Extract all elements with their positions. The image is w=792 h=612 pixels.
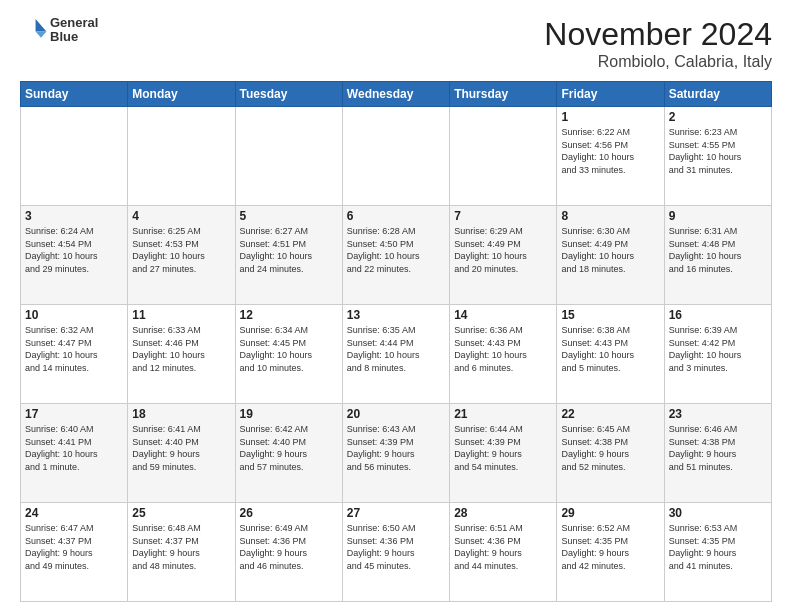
calendar-cell: 2Sunrise: 6:23 AM Sunset: 4:55 PM Daylig…	[664, 107, 771, 206]
day-info: Sunrise: 6:23 AM Sunset: 4:55 PM Dayligh…	[669, 126, 767, 176]
day-number: 2	[669, 110, 767, 124]
day-info: Sunrise: 6:25 AM Sunset: 4:53 PM Dayligh…	[132, 225, 230, 275]
svg-marker-0	[36, 19, 47, 31]
calendar-cell: 13Sunrise: 6:35 AM Sunset: 4:44 PM Dayli…	[342, 305, 449, 404]
header: General Blue November 2024 Rombiolo, Cal…	[20, 16, 772, 71]
calendar-cell: 24Sunrise: 6:47 AM Sunset: 4:37 PM Dayli…	[21, 503, 128, 602]
month-title: November 2024	[544, 16, 772, 53]
day-number: 23	[669, 407, 767, 421]
logo-text: General Blue	[50, 16, 98, 45]
calendar: SundayMondayTuesdayWednesdayThursdayFrid…	[20, 81, 772, 602]
calendar-cell: 17Sunrise: 6:40 AM Sunset: 4:41 PM Dayli…	[21, 404, 128, 503]
day-info: Sunrise: 6:31 AM Sunset: 4:48 PM Dayligh…	[669, 225, 767, 275]
day-info: Sunrise: 6:47 AM Sunset: 4:37 PM Dayligh…	[25, 522, 123, 572]
weekday-header-cell: Monday	[128, 82, 235, 107]
calendar-cell: 19Sunrise: 6:42 AM Sunset: 4:40 PM Dayli…	[235, 404, 342, 503]
calendar-cell: 16Sunrise: 6:39 AM Sunset: 4:42 PM Dayli…	[664, 305, 771, 404]
day-number: 26	[240, 506, 338, 520]
svg-marker-1	[36, 32, 47, 38]
day-info: Sunrise: 6:50 AM Sunset: 4:36 PM Dayligh…	[347, 522, 445, 572]
calendar-cell: 11Sunrise: 6:33 AM Sunset: 4:46 PM Dayli…	[128, 305, 235, 404]
day-info: Sunrise: 6:51 AM Sunset: 4:36 PM Dayligh…	[454, 522, 552, 572]
calendar-cell	[235, 107, 342, 206]
calendar-cell: 15Sunrise: 6:38 AM Sunset: 4:43 PM Dayli…	[557, 305, 664, 404]
calendar-cell: 9Sunrise: 6:31 AM Sunset: 4:48 PM Daylig…	[664, 206, 771, 305]
day-info: Sunrise: 6:53 AM Sunset: 4:35 PM Dayligh…	[669, 522, 767, 572]
day-info: Sunrise: 6:39 AM Sunset: 4:42 PM Dayligh…	[669, 324, 767, 374]
day-info: Sunrise: 6:46 AM Sunset: 4:38 PM Dayligh…	[669, 423, 767, 473]
location: Rombiolo, Calabria, Italy	[544, 53, 772, 71]
day-number: 8	[561, 209, 659, 223]
day-info: Sunrise: 6:52 AM Sunset: 4:35 PM Dayligh…	[561, 522, 659, 572]
weekday-header-cell: Tuesday	[235, 82, 342, 107]
day-info: Sunrise: 6:45 AM Sunset: 4:38 PM Dayligh…	[561, 423, 659, 473]
day-number: 14	[454, 308, 552, 322]
calendar-cell: 30Sunrise: 6:53 AM Sunset: 4:35 PM Dayli…	[664, 503, 771, 602]
calendar-cell: 18Sunrise: 6:41 AM Sunset: 4:40 PM Dayli…	[128, 404, 235, 503]
weekday-header-cell: Saturday	[664, 82, 771, 107]
day-number: 10	[25, 308, 123, 322]
weekday-header-cell: Wednesday	[342, 82, 449, 107]
day-info: Sunrise: 6:48 AM Sunset: 4:37 PM Dayligh…	[132, 522, 230, 572]
calendar-cell: 12Sunrise: 6:34 AM Sunset: 4:45 PM Dayli…	[235, 305, 342, 404]
day-info: Sunrise: 6:27 AM Sunset: 4:51 PM Dayligh…	[240, 225, 338, 275]
calendar-cell: 28Sunrise: 6:51 AM Sunset: 4:36 PM Dayli…	[450, 503, 557, 602]
day-number: 5	[240, 209, 338, 223]
calendar-cell: 6Sunrise: 6:28 AM Sunset: 4:50 PM Daylig…	[342, 206, 449, 305]
calendar-cell: 14Sunrise: 6:36 AM Sunset: 4:43 PM Dayli…	[450, 305, 557, 404]
calendar-cell: 5Sunrise: 6:27 AM Sunset: 4:51 PM Daylig…	[235, 206, 342, 305]
day-number: 25	[132, 506, 230, 520]
calendar-week: 17Sunrise: 6:40 AM Sunset: 4:41 PM Dayli…	[21, 404, 772, 503]
day-info: Sunrise: 6:33 AM Sunset: 4:46 PM Dayligh…	[132, 324, 230, 374]
weekday-header: SundayMondayTuesdayWednesdayThursdayFrid…	[21, 82, 772, 107]
day-info: Sunrise: 6:44 AM Sunset: 4:39 PM Dayligh…	[454, 423, 552, 473]
weekday-header-cell: Friday	[557, 82, 664, 107]
calendar-cell: 29Sunrise: 6:52 AM Sunset: 4:35 PM Dayli…	[557, 503, 664, 602]
calendar-cell: 10Sunrise: 6:32 AM Sunset: 4:47 PM Dayli…	[21, 305, 128, 404]
day-info: Sunrise: 6:38 AM Sunset: 4:43 PM Dayligh…	[561, 324, 659, 374]
calendar-cell	[128, 107, 235, 206]
day-number: 1	[561, 110, 659, 124]
day-number: 19	[240, 407, 338, 421]
day-number: 24	[25, 506, 123, 520]
day-number: 15	[561, 308, 659, 322]
calendar-week: 24Sunrise: 6:47 AM Sunset: 4:37 PM Dayli…	[21, 503, 772, 602]
day-number: 12	[240, 308, 338, 322]
day-number: 28	[454, 506, 552, 520]
day-number: 6	[347, 209, 445, 223]
day-info: Sunrise: 6:40 AM Sunset: 4:41 PM Dayligh…	[25, 423, 123, 473]
calendar-cell	[450, 107, 557, 206]
day-info: Sunrise: 6:24 AM Sunset: 4:54 PM Dayligh…	[25, 225, 123, 275]
calendar-week: 3Sunrise: 6:24 AM Sunset: 4:54 PM Daylig…	[21, 206, 772, 305]
calendar-cell: 4Sunrise: 6:25 AM Sunset: 4:53 PM Daylig…	[128, 206, 235, 305]
day-number: 27	[347, 506, 445, 520]
day-info: Sunrise: 6:22 AM Sunset: 4:56 PM Dayligh…	[561, 126, 659, 176]
day-number: 18	[132, 407, 230, 421]
calendar-cell: 26Sunrise: 6:49 AM Sunset: 4:36 PM Dayli…	[235, 503, 342, 602]
calendar-cell: 22Sunrise: 6:45 AM Sunset: 4:38 PM Dayli…	[557, 404, 664, 503]
day-info: Sunrise: 6:49 AM Sunset: 4:36 PM Dayligh…	[240, 522, 338, 572]
logo-line2: Blue	[50, 30, 98, 44]
calendar-cell: 25Sunrise: 6:48 AM Sunset: 4:37 PM Dayli…	[128, 503, 235, 602]
day-number: 17	[25, 407, 123, 421]
day-info: Sunrise: 6:42 AM Sunset: 4:40 PM Dayligh…	[240, 423, 338, 473]
calendar-cell: 20Sunrise: 6:43 AM Sunset: 4:39 PM Dayli…	[342, 404, 449, 503]
day-info: Sunrise: 6:34 AM Sunset: 4:45 PM Dayligh…	[240, 324, 338, 374]
calendar-cell: 1Sunrise: 6:22 AM Sunset: 4:56 PM Daylig…	[557, 107, 664, 206]
calendar-cell: 7Sunrise: 6:29 AM Sunset: 4:49 PM Daylig…	[450, 206, 557, 305]
day-info: Sunrise: 6:30 AM Sunset: 4:49 PM Dayligh…	[561, 225, 659, 275]
day-info: Sunrise: 6:36 AM Sunset: 4:43 PM Dayligh…	[454, 324, 552, 374]
day-number: 11	[132, 308, 230, 322]
logo: General Blue	[20, 16, 98, 45]
day-number: 13	[347, 308, 445, 322]
day-info: Sunrise: 6:43 AM Sunset: 4:39 PM Dayligh…	[347, 423, 445, 473]
weekday-header-cell: Thursday	[450, 82, 557, 107]
calendar-cell	[342, 107, 449, 206]
day-number: 16	[669, 308, 767, 322]
calendar-cell	[21, 107, 128, 206]
calendar-cell: 23Sunrise: 6:46 AM Sunset: 4:38 PM Dayli…	[664, 404, 771, 503]
weekday-header-cell: Sunday	[21, 82, 128, 107]
day-number: 21	[454, 407, 552, 421]
calendar-week: 10Sunrise: 6:32 AM Sunset: 4:47 PM Dayli…	[21, 305, 772, 404]
day-number: 29	[561, 506, 659, 520]
